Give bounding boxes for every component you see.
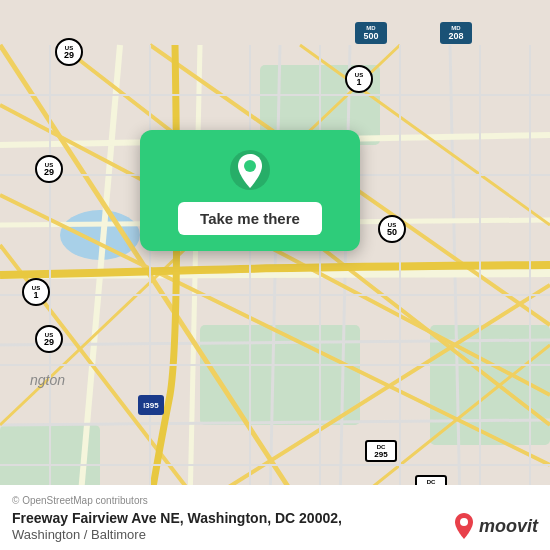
sign-us29-mid: US 29 [35, 155, 63, 183]
map-attribution: © OpenStreetMap contributors [12, 495, 538, 506]
location-pin-icon [228, 148, 272, 192]
sign-md208: MD 208 [440, 22, 472, 44]
sign-us50: US 50 [378, 215, 406, 243]
sign-us1-top: US 1 [345, 65, 373, 93]
popup-card: Take me there [140, 130, 360, 251]
moovit-logo: moovit [453, 512, 538, 540]
sign-us1-left: US 1 [22, 278, 50, 306]
take-me-there-button[interactable]: Take me there [178, 202, 322, 235]
sign-us29-top: US 29 [55, 38, 83, 66]
svg-rect-1 [200, 325, 360, 425]
sign-md500: MD 500 [355, 22, 387, 44]
map-roads: ngton [0, 0, 550, 550]
svg-text:ngton: ngton [30, 372, 65, 388]
svg-point-39 [244, 160, 256, 172]
moovit-brand-text: moovit [479, 516, 538, 537]
sign-dc295: DC 295 [365, 440, 397, 462]
map-container: ngton MD 500 MD 208 US 29 US 1 US 29 US … [0, 0, 550, 550]
bottom-bar: © OpenStreetMap contributors Freeway Fai… [0, 485, 550, 550]
svg-point-40 [460, 518, 468, 526]
moovit-pin-icon [453, 512, 475, 540]
sign-us29-bot: US 29 [35, 325, 63, 353]
sign-i395: I395 [138, 395, 164, 415]
